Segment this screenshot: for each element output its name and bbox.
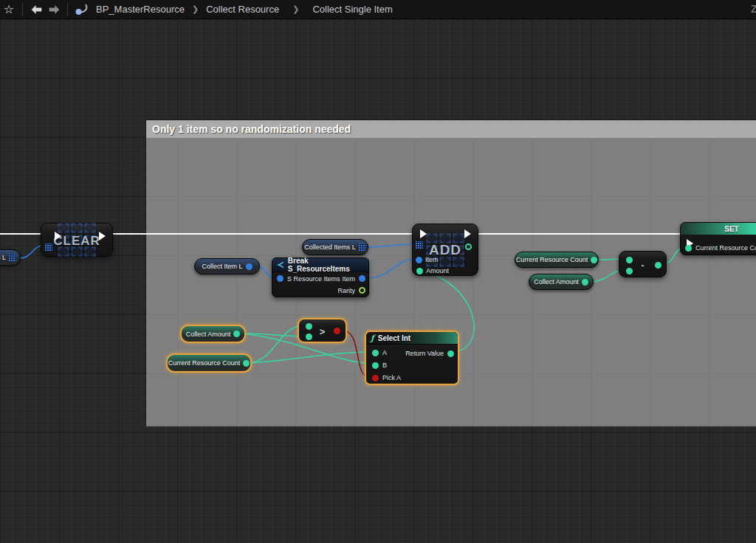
- variable-pill-current-resource-count-selected[interactable]: Current Resource Count: [166, 353, 252, 373]
- pin-label: Current Resource Count: [695, 244, 756, 252]
- item-out-pin[interactable]: [359, 275, 365, 282]
- select-b-pin[interactable]: [372, 362, 379, 369]
- pin-label: B: [382, 362, 387, 369]
- variable-pill-cut[interactable]: ms L: [0, 249, 21, 266]
- chevron-right-icon: ❯: [192, 4, 199, 14]
- breadcrumb-root[interactable]: BP_MasterResource: [96, 4, 185, 15]
- select-a-pin[interactable]: [372, 350, 379, 356]
- array-pin-icon[interactable]: [9, 254, 16, 261]
- favorite-star-button[interactable]: ☆: [0, 1, 18, 18]
- add-array-node[interactable]: ADD Item Amount: [412, 224, 478, 276]
- index-out-pin[interactable]: [465, 243, 472, 250]
- variable-pill-collect-amount-selected[interactable]: Collect Amount: [180, 325, 246, 343]
- struct-in-pin[interactable]: [277, 275, 284, 282]
- breadcrumb-collect-single-item[interactable]: Collect Single Item: [312, 4, 392, 15]
- zoom-indicator: Zo: [751, 3, 756, 15]
- node-title: Break S_ResourceItems: [288, 257, 364, 273]
- pin-label: Item: [425, 256, 439, 263]
- pin-label: S Resource Items: [287, 275, 340, 283]
- pin-label: A: [382, 349, 387, 356]
- exec-in-pin[interactable]: [55, 232, 61, 241]
- divider: [22, 3, 23, 16]
- node-header: Break S_ResourceItems: [272, 258, 368, 272]
- pill-label: Current Resource Count: [168, 359, 241, 367]
- pill-label: Current Resource Count: [516, 256, 588, 263]
- comment-header[interactable]: Only 1 item so no randomization needed: [146, 120, 756, 139]
- divider: [67, 3, 68, 16]
- pill-label: Collected Items L: [304, 243, 356, 251]
- greater-out-pin[interactable]: [334, 328, 340, 334]
- exec-out-pin[interactable]: [99, 232, 106, 241]
- int-pin[interactable]: [243, 360, 250, 367]
- variable-pill-current-resource-count[interactable]: Current Resource Count: [515, 252, 599, 268]
- node-header: SET: [681, 223, 756, 235]
- star-icon: ☆: [4, 4, 14, 15]
- node-title: SET: [724, 225, 738, 233]
- target-array-pin[interactable]: [416, 241, 423, 249]
- greater-node[interactable]: >: [298, 318, 347, 343]
- int-pin[interactable]: [582, 279, 588, 286]
- pill-label: ms L: [0, 254, 6, 261]
- exec-in-pin[interactable]: [420, 229, 427, 238]
- pick-a-pin[interactable]: [372, 375, 379, 381]
- value-in-pin[interactable]: [685, 245, 692, 252]
- select-int-node[interactable]: ƒ Select Int A B Pick A Return Value: [365, 331, 459, 385]
- subtract-node[interactable]: -: [619, 251, 667, 277]
- pin-label: Amount: [426, 267, 449, 274]
- pin-label: Return Value: [405, 350, 444, 357]
- comment-title: Only 1 item so no randomization needed: [152, 123, 351, 135]
- variable-pill-collect-item[interactable]: Collect Item L: [194, 258, 260, 274]
- back-arrow-icon: [30, 4, 43, 15]
- function-icon: ƒ: [371, 333, 374, 343]
- int-pin[interactable]: [233, 331, 240, 337]
- return-value-pin[interactable]: [447, 350, 454, 357]
- rarity-out-pin[interactable]: [359, 287, 365, 294]
- pill-label: Collect Item L: [202, 263, 242, 270]
- node-title: Select Int: [378, 334, 410, 342]
- subtract-out-pin[interactable]: [655, 262, 662, 269]
- item-in-pin[interactable]: [416, 257, 422, 263]
- chevron-right-icon: ❯: [292, 4, 299, 14]
- pin-label: Item: [342, 275, 355, 283]
- array-pin-icon[interactable]: [359, 243, 366, 251]
- object-pin[interactable]: [246, 263, 252, 270]
- target-array-pin[interactable]: [45, 243, 52, 251]
- pill-label: Collect Amount: [186, 331, 231, 338]
- breadcrumb-collect-resource[interactable]: Collect Resource: [206, 4, 279, 15]
- int-pin[interactable]: [591, 257, 597, 263]
- pin-label: Pick A: [382, 374, 401, 381]
- back-button[interactable]: [27, 1, 45, 18]
- breadcrumb-bar: ☆ BP_MasterResource ❯ Collect Resource ❯…: [0, 0, 756, 19]
- node-header: ƒ Select Int: [366, 332, 458, 345]
- clear-array-node[interactable]: CLEAR: [41, 223, 113, 257]
- break-struct-node[interactable]: Break S_ResourceItems S Resource Items I…: [272, 257, 369, 297]
- set-variable-node[interactable]: SET Current Resource Count: [680, 222, 756, 255]
- pill-label: Collect Amount: [534, 278, 579, 286]
- forward-arrow-icon: [48, 4, 61, 15]
- forward-button[interactable]: [45, 1, 63, 18]
- break-struct-icon: [277, 261, 285, 269]
- pin-label: Rarity: [337, 287, 355, 294]
- function-graph-icon: [72, 1, 90, 18]
- amount-in-pin[interactable]: [416, 268, 423, 274]
- exec-out-pin[interactable]: [464, 229, 471, 238]
- variable-pill-collect-amount[interactable]: Collect Amount: [529, 274, 594, 290]
- variable-pill-collected-items[interactable]: Collected Items L: [302, 239, 368, 255]
